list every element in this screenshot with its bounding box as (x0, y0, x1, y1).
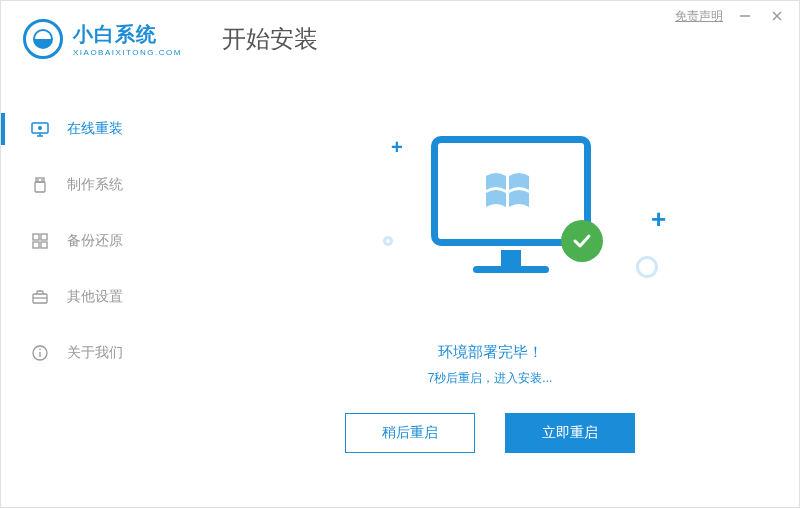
circle-icon (383, 236, 393, 246)
svg-rect-12 (41, 234, 47, 240)
windows-icon (481, 166, 541, 216)
illustration: + + (361, 116, 681, 316)
svg-point-6 (38, 126, 42, 130)
status-title: 环境部署完毕！ (201, 343, 779, 362)
sidebar-item-label: 备份还原 (67, 232, 123, 250)
sidebar-item-label: 制作系统 (67, 176, 123, 194)
success-checkmark-icon (561, 220, 603, 262)
close-button[interactable] (767, 6, 787, 26)
sidebar-item-reinstall[interactable]: 在线重装 (1, 101, 176, 157)
sidebar-item-label: 关于我们 (67, 344, 123, 362)
usb-icon (31, 176, 49, 194)
restart-later-button[interactable]: 稍后重启 (345, 413, 475, 453)
sidebar: 在线重装 制作系统 备份还原 其他设置 关于我们 (1, 101, 176, 381)
grid-icon (31, 232, 49, 250)
svg-point-19 (39, 349, 41, 351)
info-icon (31, 344, 49, 362)
page-title: 开始安装 (222, 23, 318, 55)
minimize-button[interactable] (735, 6, 755, 26)
plus-icon: + (391, 136, 403, 159)
sidebar-item-settings[interactable]: 其他设置 (1, 269, 176, 325)
restart-now-button[interactable]: 立即重启 (505, 413, 635, 453)
svg-rect-14 (41, 242, 47, 248)
sidebar-item-label: 其他设置 (67, 288, 123, 306)
svg-rect-13 (33, 242, 39, 248)
brand-url: XIAOBAIXITONG.COM (73, 48, 182, 57)
sidebar-item-create[interactable]: 制作系统 (1, 157, 176, 213)
sidebar-item-label: 在线重装 (67, 120, 123, 138)
plus-icon: + (651, 204, 666, 235)
status-subtitle: 7秒后重启，进入安装... (201, 370, 779, 387)
circle-icon (636, 256, 658, 278)
app-logo (23, 19, 63, 59)
sidebar-item-about[interactable]: 关于我们 (1, 325, 176, 381)
brand-name: 小白系统 (73, 21, 182, 48)
monitor-icon (31, 120, 49, 138)
disclaimer-link[interactable]: 免责声明 (675, 8, 723, 25)
svg-rect-8 (35, 182, 45, 192)
svg-rect-11 (33, 234, 39, 240)
briefcase-icon (31, 288, 49, 306)
sidebar-item-backup[interactable]: 备份还原 (1, 213, 176, 269)
